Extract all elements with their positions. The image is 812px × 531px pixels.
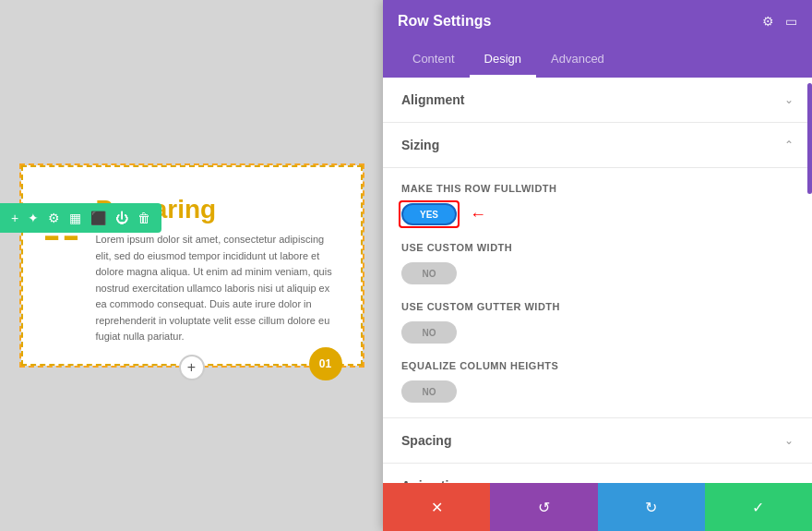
row-toolbar: + ✦ ⚙ ▦ ⬛ ⏻ 🗑 [0, 203, 161, 233]
spacing-section-header[interactable]: Spacing ⌄ [383, 418, 812, 464]
custom-width-label: Use Custom Width [401, 242, 794, 253]
block-text: Lorem ipsum dolor sit amet, consectetur … [96, 232, 342, 345]
sizing-chevron: ⌃ [784, 139, 794, 151]
fullwidth-field: Make This Row Fullwidth YES ← [401, 183, 794, 225]
toolbar-add-icon[interactable]: + [11, 211, 18, 225]
row-block: ☷ Preparing Lorem ipsum dolor sit amet, … [21, 165, 363, 366]
fullwidth-toggle[interactable]: YES [401, 203, 457, 225]
toolbar-fullwidth-icon[interactable]: ⬛ [90, 211, 106, 225]
panel-header: Row Settings ⚙ ▭ [383, 0, 812, 42]
undo-button[interactable]: ↺ [490, 483, 597, 531]
gutter-width-field: Use Custom Gutter Width NO [401, 301, 794, 344]
save-button[interactable]: ✓ [705, 483, 812, 531]
toolbar-settings-icon[interactable]: ⚙ [48, 211, 60, 225]
tab-content[interactable]: Content [398, 42, 470, 78]
panel-body: Alignment ⌄ Sizing ⌃ Make This Row Fullw… [383, 78, 812, 531]
custom-width-toggle[interactable]: NO [401, 262, 457, 284]
panel-title: Row Settings [398, 13, 491, 30]
add-button[interactable]: + [179, 355, 205, 380]
canvas-area: ☷ Preparing Lorem ipsum dolor sit amet, … [0, 0, 383, 531]
settings-icon[interactable]: ⚙ [762, 14, 774, 29]
custom-width-field: Use Custom Width NO [401, 242, 794, 284]
fullwidth-toggle-box: YES [401, 203, 457, 225]
panel-footer: ✕ ↺ ↻ ✓ [383, 483, 812, 531]
gutter-width-label: Use Custom Gutter Width [401, 301, 794, 312]
fullwidth-toggle-wrapper: YES ← [401, 203, 794, 225]
toolbar-grid-icon[interactable]: ▦ [69, 211, 81, 225]
toolbar-delete-icon[interactable]: 🗑 [137, 211, 150, 225]
panel-header-icons: ⚙ ▭ [762, 14, 797, 29]
spacing-title: Spacing [401, 433, 451, 448]
alignment-section-header[interactable]: Alignment ⌄ [383, 78, 812, 123]
tab-design[interactable]: Design [470, 42, 536, 78]
alignment-title: Alignment [401, 92, 464, 107]
number-badge: 01 [309, 347, 342, 380]
equalize-heights-toggle[interactable]: NO [401, 380, 457, 403]
gutter-width-toggle[interactable]: NO [401, 321, 457, 344]
spacing-chevron: ⌄ [784, 434, 794, 447]
equalize-heights-label: Equalize Column Heights [401, 360, 794, 371]
row-settings-panel: Row Settings ⚙ ▭ Content Design Advanced… [383, 0, 812, 531]
panel-tabs: Content Design Advanced [383, 42, 812, 78]
sizing-section-body: Make This Row Fullwidth YES ← Use Custom… [383, 168, 812, 418]
sizing-title: Sizing [401, 138, 439, 152]
sizing-section-header[interactable]: Sizing ⌃ [383, 123, 812, 168]
tab-advanced[interactable]: Advanced [536, 42, 619, 78]
scroll-indicator[interactable] [807, 83, 812, 194]
expand-icon[interactable]: ▭ [785, 14, 797, 29]
fullwidth-label: Make This Row Fullwidth [401, 183, 794, 194]
equalize-heights-field: Equalize Column Heights NO [401, 360, 794, 403]
toolbar-move-icon[interactable]: ✦ [28, 211, 39, 225]
red-arrow: ← [470, 205, 486, 224]
toolbar-power-icon[interactable]: ⏻ [115, 211, 128, 225]
redo-button[interactable]: ↻ [598, 483, 705, 531]
alignment-chevron: ⌄ [784, 93, 794, 106]
cancel-button[interactable]: ✕ [383, 483, 490, 531]
